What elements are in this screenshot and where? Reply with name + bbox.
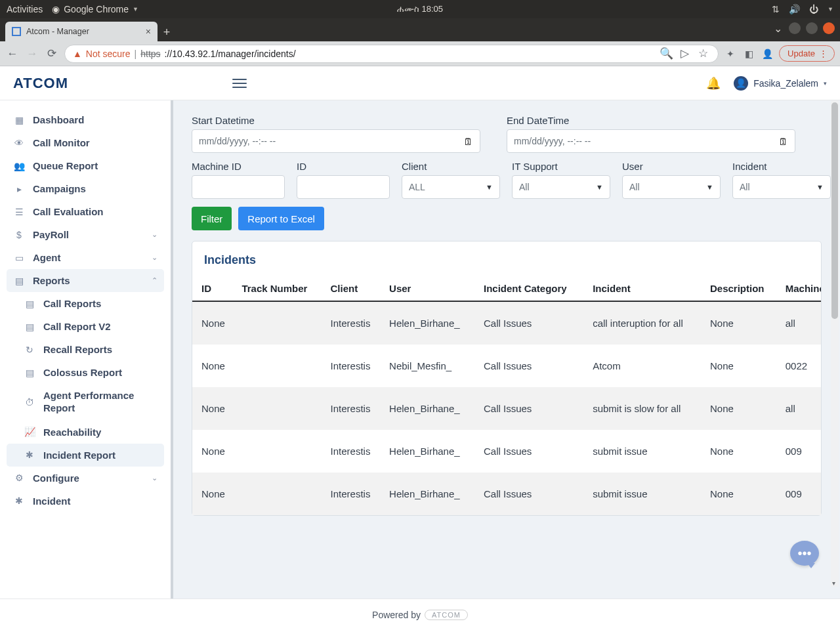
sidebar-item-call-reports[interactable]: ▤Call Reports: [7, 292, 164, 315]
incident-label: Incident: [732, 161, 831, 172]
sidebar-item-campaigns[interactable]: ▸Campaigns: [7, 177, 164, 200]
bug-icon: ✱: [24, 450, 35, 460]
sidebar-item-reachability[interactable]: 📈Reachability: [7, 421, 164, 444]
sidebar-item-call-report-v2[interactable]: ▤Call Report V2: [7, 315, 164, 338]
network-icon[interactable]: ⇅: [772, 4, 780, 14]
address-bar[interactable]: ▲ Not secure | https://10.43.92.1/manage…: [64, 45, 719, 63]
doc-icon: ▤: [24, 368, 35, 378]
incidents-table-wrapper[interactable]: ID Track Number Client User Incident Cat…: [192, 276, 821, 515]
sidebar-item-incident-report[interactable]: ✱Incident Report: [7, 444, 164, 467]
scroll-thumb[interactable]: [831, 102, 838, 319]
table-row[interactable]: NoneInterestisHelen_Birhane_Call Issuess…: [192, 430, 821, 472]
sidebar-item-payroll[interactable]: $PayRoll⌄: [7, 223, 164, 246]
active-app[interactable]: ◉ Google Chrome ▼: [52, 4, 138, 14]
zoom-icon[interactable]: 🔍: [659, 47, 673, 60]
tab-favicon: [12, 27, 21, 36]
chevron-down-icon: ▼: [133, 6, 138, 12]
reload-button[interactable]: ⟳: [45, 47, 59, 60]
start-datetime-input[interactable]: mm/dd/yyyy, --:-- -- 🗓: [192, 129, 480, 153]
sidebar-item-label: Agent: [33, 252, 61, 263]
cell-client: Interestis: [326, 472, 385, 515]
sidebar-item-configure[interactable]: ⚙Configure⌄: [7, 467, 164, 490]
sidebar-item-label: Campaigns: [33, 183, 86, 194]
incident-select[interactable]: All▼: [732, 175, 831, 199]
cell-desc: None: [705, 430, 780, 472]
chevron-down-icon: ▼: [706, 183, 713, 191]
table-row[interactable]: NoneInterestisHelen_Birhane_Call Issuesc…: [192, 301, 821, 345]
incidents-table: ID Track Number Client User Incident Cat…: [192, 276, 821, 515]
clock[interactable]: ሐሙስ 18:05: [397, 4, 443, 14]
update-button[interactable]: Update ⋮: [779, 45, 835, 62]
cell-user: Nebil_Mesfin_: [384, 345, 478, 387]
chevron-down-icon[interactable]: ▼: [828, 6, 833, 12]
select-value: All: [740, 182, 750, 192]
sidebar-item-incident[interactable]: ✱Incident: [7, 490, 164, 513]
user-select[interactable]: All▼: [622, 175, 721, 199]
sidebar-item-agent-performance[interactable]: ⏱Agent Performance Report: [7, 384, 164, 421]
power-icon[interactable]: ⏻: [809, 4, 818, 14]
profile-icon[interactable]: 👤: [761, 49, 774, 59]
table-row[interactable]: NoneInterestisHelen_Birhane_Call Issuess…: [192, 472, 821, 515]
start-datetime-label: Start Datetime: [192, 115, 480, 126]
vertical-scrollbar[interactable]: ▴ ▾: [831, 100, 839, 587]
sidebar-item-recall-reports[interactable]: ↻Recall Reports: [7, 338, 164, 361]
sidebar-item-call-monitor[interactable]: 👁Call Monitor: [7, 131, 164, 154]
sidebar-item-colossus-report[interactable]: ▤Colossus Report: [7, 361, 164, 384]
chevron-down-icon: ⌄: [152, 230, 158, 239]
table-row[interactable]: NoneInterestisNebil_Mesfin_Call IssuesAt…: [192, 345, 821, 387]
kebab-icon: ⋮: [819, 49, 828, 58]
col-machine: Machine ID: [780, 276, 821, 301]
maximize-button[interactable]: [806, 22, 818, 34]
main-content: Start Datetime mm/dd/yyyy, --:-- -- 🗓 En…: [173, 100, 840, 598]
sidebar-item-agent[interactable]: ▭Agent⌄: [7, 246, 164, 269]
extensions-icon[interactable]: ✦: [724, 49, 737, 59]
tab-title: Atcom - Manager: [26, 27, 89, 36]
refresh-icon: ↻: [24, 345, 35, 355]
scroll-down-icon[interactable]: ▾: [832, 579, 835, 587]
new-tab-button[interactable]: +: [158, 23, 176, 41]
cell-user: Helen_Birhane_: [384, 472, 478, 515]
cell-cat: Call Issues: [478, 430, 587, 472]
sidebar-item-dashboard[interactable]: ▦Dashboard: [7, 108, 164, 131]
cell-incident: Atcom: [587, 345, 705, 387]
client-select[interactable]: ALL▼: [402, 175, 500, 199]
back-button[interactable]: ←: [5, 47, 20, 60]
filter-button[interactable]: Filter: [192, 207, 232, 230]
send-icon[interactable]: ▷: [677, 47, 692, 60]
tab-close-icon[interactable]: ×: [146, 26, 151, 37]
separator: |: [135, 49, 137, 59]
sidebar-item-reports[interactable]: ▤Reports⌃: [7, 269, 164, 292]
sidepanel-icon[interactable]: ◧: [742, 49, 755, 59]
minimize-button[interactable]: [789, 22, 801, 34]
chevron-down-icon[interactable]: ⌄: [772, 22, 784, 34]
calendar-icon[interactable]: 🗓: [463, 136, 473, 147]
user-menu[interactable]: 👤 Fasika_Zelalem ▾: [734, 76, 827, 91]
chevron-down-icon: ▼: [486, 183, 493, 191]
notifications-icon[interactable]: 🔔: [706, 76, 721, 91]
menu-toggle-button[interactable]: [232, 79, 247, 88]
footer-brand: ATCOM: [425, 610, 468, 620]
sidebar-item-call-evaluation[interactable]: ☰Call Evaluation: [7, 200, 164, 223]
powered-by-label: Powered by: [372, 610, 421, 620]
chat-widget-button[interactable]: •••: [790, 541, 819, 566]
id-input[interactable]: [297, 175, 390, 199]
sidebar-item-queue-report[interactable]: 👥Queue Report: [7, 154, 164, 177]
table-row[interactable]: NoneInterestisHelen_Birhane_Call Issuess…: [192, 387, 821, 430]
app-logo[interactable]: ATCOM: [13, 75, 68, 92]
calendar-icon[interactable]: 🗓: [778, 136, 788, 147]
report-to-excel-button[interactable]: Report to Excel: [238, 207, 324, 230]
cell-desc: None: [705, 387, 780, 430]
end-datetime-input[interactable]: mm/dd/yyyy, --:-- -- 🗓: [507, 129, 795, 153]
activities-label[interactable]: Activities: [7, 4, 43, 14]
chrome-tab-strip: Atcom - Manager × + ⌄: [0, 18, 840, 41]
browser-tab[interactable]: Atcom - Manager ×: [5, 22, 158, 41]
machine-id-input[interactable]: [192, 175, 285, 199]
chevron-down-icon: ▾: [824, 80, 827, 87]
itsupport-select[interactable]: All▼: [512, 175, 610, 199]
close-window-button[interactable]: [823, 22, 835, 34]
user-label: User: [622, 161, 721, 172]
cell-id: None: [192, 345, 236, 387]
volume-icon[interactable]: 🔊: [789, 4, 800, 14]
app-header: ATCOM 🔔 👤 Fasika_Zelalem ▾: [0, 66, 840, 100]
bookmark-icon[interactable]: ☆: [696, 47, 710, 60]
